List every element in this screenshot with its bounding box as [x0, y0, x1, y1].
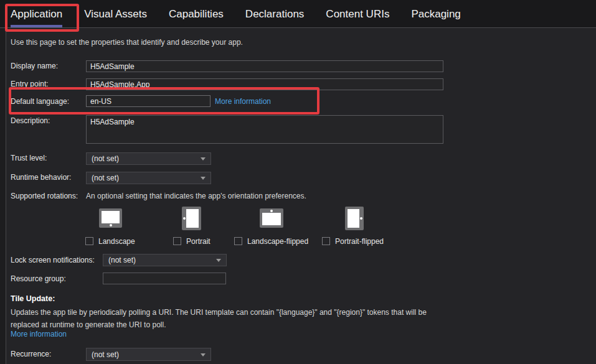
description-textarea[interactable]: H5AdSample	[86, 115, 443, 144]
display-name-input[interactable]	[86, 60, 443, 72]
entry-point-input[interactable]	[86, 78, 443, 90]
tab-visual-assets[interactable]: Visual Assets	[84, 0, 147, 28]
runtime-behavior-label: Runtime behavior:	[11, 173, 71, 182]
panel-left-edge	[0, 29, 6, 364]
resource-group-label: Resource group:	[11, 274, 66, 283]
default-language-input[interactable]	[86, 95, 210, 107]
manifest-tab-bar: Application Visual Assets Capabilities D…	[0, 0, 596, 28]
display-name-label: Display name:	[11, 62, 58, 70]
landscape-checkbox[interactable]	[85, 237, 93, 245]
tab-content-uris[interactable]: Content URIs	[326, 0, 389, 28]
landscape-flipped-checkbox-label: Landscape-flipped	[247, 237, 308, 246]
tile-update-more-information-link[interactable]: More information	[11, 330, 67, 338]
tab-declarations[interactable]: Declarations	[245, 0, 305, 28]
supported-rotations-label: Supported rotations:	[11, 192, 78, 200]
tablet-portrait-flipped-icon	[345, 207, 364, 230]
runtime-behavior-dropdown[interactable]: (not set)	[86, 172, 211, 184]
tablet-landscape-icon	[99, 208, 122, 228]
tile-update-heading: Tile Update:	[11, 294, 55, 303]
chevron-down-icon	[201, 177, 206, 180]
recurrence-label: Recurrence:	[11, 350, 51, 358]
lock-screen-notifications-value: (not set)	[108, 256, 136, 264]
portrait-checkbox[interactable]	[173, 237, 181, 245]
description-label: Description:	[11, 116, 50, 125]
portrait-checkbox-label: Portrait	[186, 237, 210, 246]
default-language-more-information-link[interactable]: More information	[215, 97, 271, 106]
supported-rotations-hint: An optional setting that indicates the a…	[86, 192, 306, 200]
recurrence-value: (not set)	[92, 350, 119, 359]
portrait-flipped-checkbox-label: Portrait-flipped	[335, 237, 384, 246]
runtime-behavior-value: (not set)	[92, 174, 119, 182]
portrait-flipped-checkbox[interactable]	[322, 237, 330, 245]
tablet-portrait-icon	[182, 207, 201, 230]
trust-level-label: Trust level:	[11, 154, 47, 162]
tile-update-description: Updates the app tile by periodically pol…	[11, 306, 442, 331]
chevron-down-icon	[201, 353, 206, 357]
page-intro-text: Use this page to set the properties that…	[11, 38, 243, 47]
recurrence-dropdown[interactable]: (not set)	[86, 348, 211, 361]
tab-application[interactable]: Application	[11, 0, 62, 28]
app-manifest-designer: { "tabs": { "items": [ { "label": "Appli…	[0, 0, 596, 364]
chevron-down-icon	[201, 157, 206, 161]
chevron-down-icon	[216, 259, 221, 262]
lock-screen-notifications-label: Lock screen notifications:	[11, 256, 95, 264]
default-language-label: Default language:	[11, 97, 69, 106]
tablet-landscape-flipped-icon	[260, 208, 283, 228]
landscape-flipped-checkbox[interactable]	[234, 237, 242, 245]
tab-packaging[interactable]: Packaging	[411, 0, 460, 28]
trust-level-dropdown[interactable]: (not set)	[86, 152, 211, 165]
entry-point-label: Entry point:	[11, 80, 49, 88]
resource-group-input[interactable]	[103, 273, 226, 284]
trust-level-value: (not set)	[92, 154, 119, 163]
tab-capabilities[interactable]: Capabilities	[169, 0, 224, 28]
lock-screen-notifications-dropdown[interactable]: (not set)	[103, 254, 227, 266]
landscape-checkbox-label: Landscape	[98, 237, 135, 246]
